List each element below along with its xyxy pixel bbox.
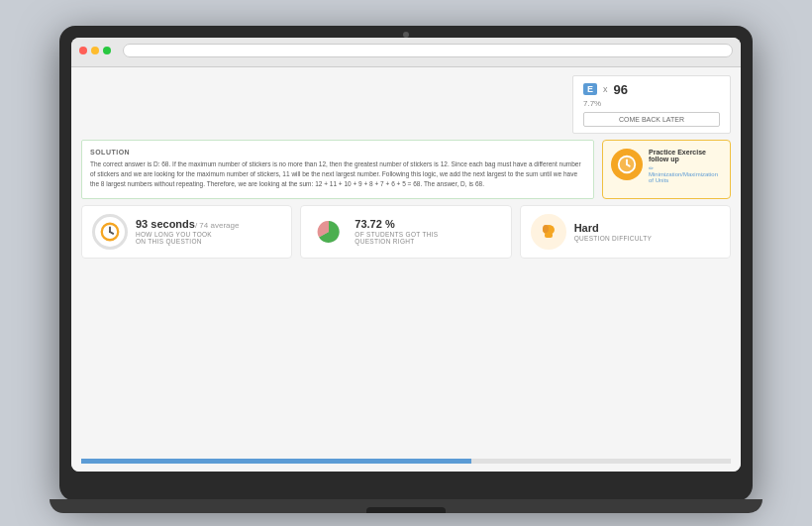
maximize-dot[interactable]	[103, 47, 111, 54]
stat-difficulty-sub: Question Difficulty	[574, 235, 653, 242]
svg-point-3	[626, 163, 628, 165]
laptop-base	[50, 499, 762, 513]
laptop-shell: E x 96 7.7% COME BACK LATER SOLUTION The…	[59, 26, 753, 501]
stat-pie-icon-wrapper	[311, 214, 347, 250]
browser-content: E x 96 7.7% COME BACK LATER SOLUTION The…	[71, 67, 741, 472]
svg-rect-10	[545, 233, 553, 238]
progress-bar	[81, 459, 731, 464]
practice-card-subtitle: ✏ Minimization/Maximization of Units	[649, 164, 722, 183]
close-dot[interactable]	[79, 47, 87, 54]
answer-box-label: E	[583, 83, 597, 95]
laptop-notch	[366, 507, 446, 513]
answer-cross: x	[603, 84, 608, 94]
stat-time-sub: HOW LONG YOU TOOKON THIS QUESTION	[136, 231, 239, 245]
stat-card-difficulty: Hard Question Difficulty	[520, 205, 731, 259]
stat-time-text: 93 seconds/ 74 average HOW LONG YOU TOOK…	[136, 218, 239, 245]
clock-icon	[616, 154, 638, 175]
muscle-icon	[537, 220, 560, 244]
screen-bezel: E x 96 7.7% COME BACK LATER SOLUTION The…	[71, 38, 741, 472]
solution-text: The correct answer is D: 68. If the maxi…	[90, 159, 585, 190]
stat-percent-main: 73.72 %	[355, 218, 438, 230]
svg-point-7	[109, 231, 111, 233]
minimize-dot[interactable]	[91, 47, 99, 54]
stat-percent-text: 73.72 % OF STUDENTS GOT THISQUESTION RIG…	[355, 218, 438, 245]
solution-box: SOLUTION The correct answer is D: 68. If…	[81, 140, 594, 199]
practice-card[interactable]: Practice Exercise follow up ✏ Minimizati…	[602, 140, 731, 199]
stat-muscle-icon-wrapper	[531, 214, 566, 250]
stats-row: 93 seconds/ 74 average HOW LONG YOU TOOK…	[81, 205, 731, 259]
stat-clock-icon	[99, 221, 121, 243]
stat-time-main: 93 seconds/ 74 average	[136, 218, 239, 230]
solution-area: SOLUTION The correct answer is D: 68. If…	[81, 140, 731, 199]
answer-number: 96	[614, 82, 628, 97]
browser-chrome	[71, 38, 741, 67]
stat-difficulty-main: Hard	[574, 222, 653, 234]
browser-window: E x 96 7.7% COME BACK LATER SOLUTION The…	[71, 38, 741, 472]
stat-card-percent: 73.72 % OF STUDENTS GOT THISQUESTION RIG…	[300, 205, 511, 259]
svg-point-12	[550, 226, 554, 232]
stat-clock-icon-wrapper	[92, 214, 128, 250]
answer-row: E x 96	[583, 82, 720, 97]
come-back-button[interactable]: COME BACK LATER	[583, 112, 720, 127]
browser-controls	[79, 44, 733, 57]
solution-title: SOLUTION	[90, 149, 585, 156]
address-bar[interactable]	[123, 44, 733, 57]
stat-difficulty-text: Hard Question Difficulty	[574, 222, 653, 242]
practice-card-title: Practice Exercise follow up	[649, 149, 722, 162]
answer-percent: 7.7%	[583, 99, 720, 108]
practice-text: Practice Exercise follow up ✏ Minimizati…	[649, 149, 722, 183]
stat-pie-icon	[316, 219, 342, 245]
camera-dot	[403, 32, 409, 38]
stat-card-time: 93 seconds/ 74 average HOW LONG YOU TOOK…	[81, 205, 292, 259]
answer-panel: E x 96 7.7% COME BACK LATER	[572, 75, 731, 134]
stat-percent-sub: OF STUDENTS GOT THISQUESTION RIGHT	[355, 231, 438, 245]
practice-card-icon	[611, 149, 643, 180]
svg-point-11	[543, 225, 549, 233]
